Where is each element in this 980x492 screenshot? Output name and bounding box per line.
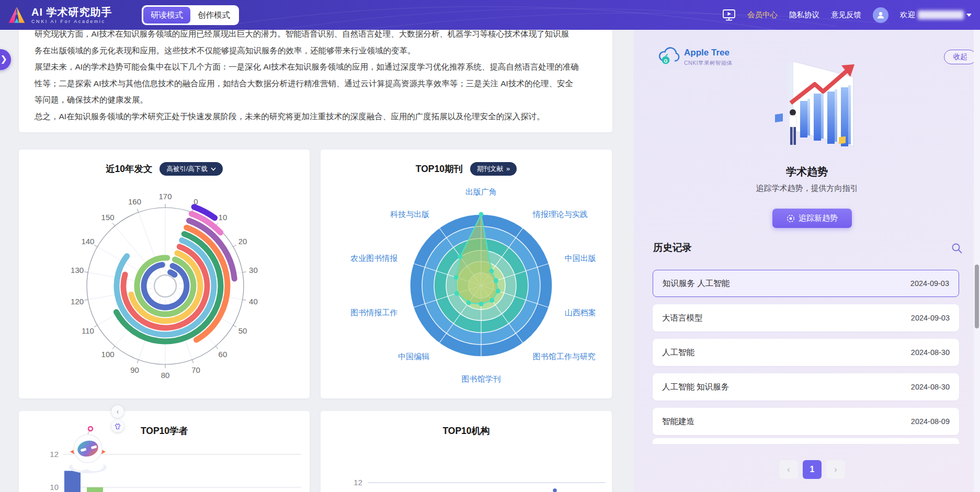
mode-switcher: 研读模式 创作模式 [142, 5, 239, 25]
nav-link-member-center[interactable]: 会员中心 [747, 10, 778, 20]
collapse-sidebar-button[interactable]: 收起 [944, 50, 976, 64]
svg-text:100: 100 [101, 350, 115, 359]
history-item-label: 人工智能 知识服务 [662, 382, 729, 393]
ai-summary-card: 研究现状方面，AI技术在知识服务领域的应用已经展现出巨大的潜力。智能语音识别、自… [19, 24, 612, 132]
history-item[interactable]: 人工智能2024-08-30 [653, 339, 959, 366]
track-new-trend-button[interactable]: 追踪新趋势 [772, 209, 852, 228]
double-chevron-right-icon: » [506, 166, 510, 171]
svg-text:情报理论与实践: 情报理论与实践 [532, 210, 588, 219]
person-icon [876, 10, 885, 20]
svg-text:80: 80 [161, 371, 170, 380]
svg-text:12: 12 [50, 450, 59, 459]
app-logo[interactable]: AI 学术研究助手 CNKI AI For Academic [7, 6, 112, 24]
tab-create-mode[interactable]: 创作模式 [190, 7, 237, 24]
apple-tree-logo-icon [657, 44, 681, 66]
history-item-label: 知识服务 人工智能 [663, 278, 730, 289]
trend-sidebar: Apple Tree CNKI苹果树智能体 收起 [634, 30, 980, 492]
svg-text:60: 60 [219, 350, 227, 359]
journals-chart-card: TOP10期刊 期刊文献 » 出版广角情报理论与实践中国出版山西档案图书馆工作与… [321, 150, 612, 398]
history-item-date: 2024-08-30 [911, 383, 950, 391]
scholars-chart-card: TOP10学者 1210 [19, 411, 310, 492]
journals-radar-chart: 出版广角情报理论与实践中国出版山西档案图书馆工作与研究图书馆学刊中国编辑图书情报… [321, 178, 612, 398]
history-item[interactable]: 知识服务 人工智能2024-09-03 [653, 270, 959, 297]
svg-text:130: 130 [71, 266, 84, 274]
navbar-right: 会员中心 隐私协议 意见反馈 欢迎 [722, 0, 972, 30]
summary-line: 研究现状方面，AI技术在知识服务领域的应用已经展现出巨大的潜力。智能语音识别、自… [35, 28, 569, 40]
svg-text:图书馆工作与研究: 图书馆工作与研究 [533, 352, 596, 361]
svg-text:12: 12 [354, 478, 362, 487]
svg-text:出版广角: 出版广角 [465, 187, 497, 196]
navbar: AI 学术研究助手 CNKI AI For Academic 研读模式 创作模式… [0, 0, 980, 30]
member-video-icon[interactable] [722, 9, 736, 21]
publications-chart-card: 近10年发文 高被引/高下载 0102030405060708090100110… [19, 150, 310, 398]
user-avatar[interactable] [873, 7, 888, 23]
history-item-label: 人工智能 [662, 347, 694, 358]
tab-read-mode[interactable]: 研读模式 [143, 7, 190, 24]
svg-text:科技与出版: 科技与出版 [390, 210, 429, 219]
trend-illustration [760, 39, 873, 157]
summary-line: 展望未来，AI的学术趋势可能会集中在以下几个方面：一是深化 AI技术在知识服务领… [35, 61, 579, 73]
trend-subtitle: 追踪学术趋势，提供方向指引 [634, 184, 980, 193]
expand-panel-button[interactable]: ❯ [0, 49, 11, 70]
page-scrollbar[interactable] [974, 30, 980, 492]
institutions-chart-card: TOP10机构 12 [321, 411, 612, 492]
summary-line: 性等；二是探索 AI技术与其他信息技术的融合应用，如结合大数据分析进行精准营销、… [35, 78, 573, 89]
history-item-label: 大语言模型 [662, 313, 703, 324]
nav-link-feedback[interactable]: 意见反馈 [831, 10, 861, 20]
history-item-partial[interactable] [653, 438, 959, 444]
agent-name: Apple Tree [684, 48, 730, 58]
welcome-user[interactable]: 欢迎 [900, 10, 972, 20]
history-item-date: 2024-09-03 [911, 314, 950, 322]
app-root: AI 学术研究助手 CNKI AI For Academic 研读模式 创作模式… [0, 0, 980, 492]
welcome-label: 欢迎 [900, 10, 915, 20]
trend-title: 学术趋势 [634, 165, 980, 179]
redacted-username [918, 10, 964, 19]
chevron-right-icon: ❯ [1, 54, 7, 64]
pagination-next-button[interactable]: › [826, 460, 845, 479]
history-item[interactable]: 大语言模型2024-09-03 [653, 304, 959, 331]
shirt-widget-button[interactable] [111, 420, 124, 432]
app-title: AI 学术研究助手 [31, 6, 112, 18]
svg-text:170: 170 [158, 192, 172, 201]
pagination-page-1[interactable]: 1 [803, 460, 822, 479]
publications-chart-title: 近10年发文 [106, 163, 152, 175]
history-item-date: 2024-09-03 [910, 279, 949, 288]
scrollbar-thumb[interactable] [975, 265, 979, 328]
svg-text:图书情报工作: 图书情报工作 [350, 308, 397, 317]
journals-more-button[interactable]: 期刊文献 » [470, 162, 517, 176]
svg-text:农业图书情报: 农业图书情报 [350, 254, 397, 262]
svg-text:70: 70 [191, 365, 200, 374]
cnki-triangle-logo-icon [7, 6, 26, 24]
agent-subtitle: CNKI苹果树智能体 [684, 60, 733, 67]
svg-text:10: 10 [219, 213, 227, 222]
chevron-down-icon [211, 167, 216, 171]
pagination-prev-button[interactable]: ‹ [779, 460, 798, 479]
chevron-left-icon: ‹ [117, 408, 119, 415]
target-icon [787, 214, 795, 223]
svg-text:40: 40 [249, 297, 258, 306]
history-item-date: 2024-08-09 [911, 417, 950, 426]
svg-text:中国编辑: 中国编辑 [398, 352, 429, 361]
shirt-icon [114, 423, 121, 430]
svg-text:中国出版: 中国出版 [565, 254, 596, 262]
app-subtitle: CNKI AI For Academic [31, 19, 112, 24]
svg-text:140: 140 [81, 237, 94, 246]
history-item[interactable]: 智能建造2024-08-09 [653, 408, 959, 435]
publications-filter-dropdown[interactable]: 高被引/高下载 [159, 162, 222, 176]
summary-line: 等问题，确保技术的健康发展。 [35, 94, 148, 106]
history-item-label: 智能建造 [662, 416, 694, 427]
svg-text:160: 160 [128, 197, 141, 206]
svg-text:120: 120 [71, 297, 84, 306]
search-icon[interactable] [951, 242, 963, 255]
history-title: 历史记录 [653, 241, 692, 254]
svg-text:50: 50 [238, 326, 247, 335]
svg-text:图书馆学刊: 图书馆学刊 [462, 374, 501, 383]
svg-text:30: 30 [249, 266, 258, 274]
institutions-chart: 12 [321, 411, 612, 492]
svg-text:10: 10 [50, 483, 59, 491]
history-item[interactable]: 人工智能 知识服务2024-08-30 [653, 373, 959, 401]
svg-text:150: 150 [101, 213, 115, 222]
collapse-widget-button[interactable]: ‹ [111, 405, 124, 418]
svg-text:山西档案: 山西档案 [565, 308, 596, 317]
nav-link-privacy[interactable]: 隐私协议 [789, 10, 819, 20]
